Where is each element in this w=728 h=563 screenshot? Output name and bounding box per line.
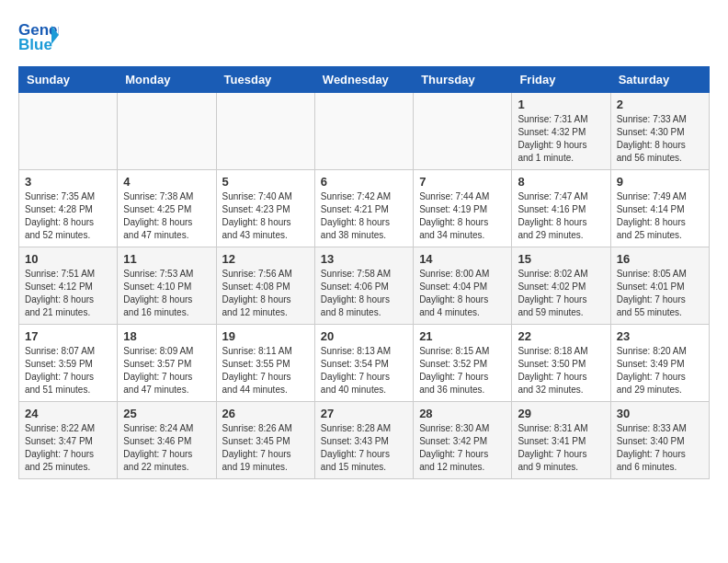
calendar-day: 13Sunrise: 7:58 AM Sunset: 4:06 PM Dayli… [314, 247, 413, 325]
calendar-day: 4Sunrise: 7:38 AM Sunset: 4:25 PM Daylig… [118, 170, 216, 247]
day-info: Sunrise: 7:35 AM Sunset: 4:28 PM Dayligh… [25, 190, 111, 242]
day-number: 1 [518, 98, 604, 111]
calendar-day: 16Sunrise: 8:05 AM Sunset: 4:01 PM Dayli… [610, 247, 709, 325]
calendar-week: 10Sunrise: 7:51 AM Sunset: 4:12 PM Dayli… [19, 247, 710, 325]
calendar-day: 5Sunrise: 7:40 AM Sunset: 4:23 PM Daylig… [216, 170, 314, 247]
day-info: Sunrise: 8:05 AM Sunset: 4:01 PM Dayligh… [617, 268, 703, 319]
day-number: 17 [25, 329, 111, 343]
calendar-day: 17Sunrise: 8:07 AM Sunset: 3:59 PM Dayli… [19, 325, 118, 402]
weekday-header: Saturday [610, 67, 709, 93]
calendar-day [414, 93, 512, 170]
calendar-day: 7Sunrise: 7:44 AM Sunset: 4:19 PM Daylig… [414, 170, 512, 247]
day-info: Sunrise: 8:30 AM Sunset: 3:42 PM Dayligh… [419, 422, 506, 474]
calendar-day: 10Sunrise: 7:51 AM Sunset: 4:12 PM Dayli… [19, 247, 118, 325]
day-info: Sunrise: 8:18 AM Sunset: 3:50 PM Dayligh… [518, 345, 604, 396]
day-number: 18 [123, 329, 210, 343]
day-info: Sunrise: 7:49 AM Sunset: 4:14 PM Dayligh… [617, 190, 703, 242]
day-number: 21 [419, 329, 506, 343]
day-number: 28 [419, 407, 506, 420]
calendar-day: 21Sunrise: 8:15 AM Sunset: 3:52 PM Dayli… [414, 325, 512, 402]
day-info: Sunrise: 8:07 AM Sunset: 3:59 PM Dayligh… [25, 345, 111, 396]
day-info: Sunrise: 8:33 AM Sunset: 3:40 PM Dayligh… [617, 422, 703, 474]
weekday-header: Monday [118, 67, 216, 93]
logo: General Blue [18, 18, 59, 57]
day-info: Sunrise: 7:51 AM Sunset: 4:12 PM Dayligh… [25, 268, 111, 319]
day-number: 25 [123, 407, 210, 420]
day-number: 8 [518, 175, 604, 189]
weekday-header: Friday [512, 67, 610, 93]
calendar-day: 2Sunrise: 7:33 AM Sunset: 4:30 PM Daylig… [610, 93, 709, 170]
calendar-day [19, 93, 118, 170]
calendar-day: 14Sunrise: 8:00 AM Sunset: 4:04 PM Dayli… [414, 247, 512, 325]
calendar-header: SundayMondayTuesdayWednesdayThursdayFrid… [19, 67, 710, 93]
calendar-day: 8Sunrise: 7:47 AM Sunset: 4:16 PM Daylig… [512, 170, 610, 247]
calendar-week: 1Sunrise: 7:31 AM Sunset: 4:32 PM Daylig… [19, 93, 710, 170]
day-info: Sunrise: 8:15 AM Sunset: 3:52 PM Dayligh… [419, 345, 506, 396]
calendar-day [216, 93, 314, 170]
day-number: 2 [617, 98, 703, 111]
day-number: 29 [518, 407, 604, 420]
day-info: Sunrise: 8:28 AM Sunset: 3:43 PM Dayligh… [321, 422, 407, 474]
calendar-day: 22Sunrise: 8:18 AM Sunset: 3:50 PM Dayli… [512, 325, 610, 402]
calendar-day [314, 93, 413, 170]
day-info: Sunrise: 8:22 AM Sunset: 3:47 PM Dayligh… [25, 422, 111, 474]
calendar-day: 1Sunrise: 7:31 AM Sunset: 4:32 PM Daylig… [512, 93, 610, 170]
day-number: 14 [419, 252, 506, 266]
calendar-day: 12Sunrise: 7:56 AM Sunset: 4:08 PM Dayli… [216, 247, 314, 325]
day-number: 26 [222, 407, 309, 420]
calendar-day: 11Sunrise: 7:53 AM Sunset: 4:10 PM Dayli… [118, 247, 216, 325]
day-number: 3 [25, 175, 111, 189]
day-info: Sunrise: 7:44 AM Sunset: 4:19 PM Dayligh… [419, 190, 506, 242]
day-number: 12 [222, 252, 309, 266]
day-info: Sunrise: 7:53 AM Sunset: 4:10 PM Dayligh… [123, 268, 210, 319]
day-number: 19 [222, 329, 309, 343]
day-info: Sunrise: 7:38 AM Sunset: 4:25 PM Dayligh… [123, 190, 210, 242]
day-number: 27 [321, 407, 407, 420]
day-info: Sunrise: 7:40 AM Sunset: 4:23 PM Dayligh… [222, 190, 309, 242]
day-info: Sunrise: 7:31 AM Sunset: 4:32 PM Dayligh… [518, 113, 604, 165]
calendar-week: 3Sunrise: 7:35 AM Sunset: 4:28 PM Daylig… [19, 170, 710, 247]
calendar-day: 26Sunrise: 8:26 AM Sunset: 3:45 PM Dayli… [216, 402, 314, 479]
calendar-day: 18Sunrise: 8:09 AM Sunset: 3:57 PM Dayli… [118, 325, 216, 402]
day-number: 7 [419, 175, 506, 189]
day-number: 24 [25, 407, 111, 420]
day-info: Sunrise: 8:20 AM Sunset: 3:49 PM Dayligh… [617, 345, 703, 396]
day-number: 23 [617, 329, 703, 343]
day-number: 5 [222, 175, 309, 189]
day-number: 15 [518, 252, 604, 266]
day-number: 13 [321, 252, 407, 266]
day-info: Sunrise: 8:02 AM Sunset: 4:02 PM Dayligh… [518, 268, 604, 319]
day-number: 6 [321, 175, 407, 189]
day-number: 22 [518, 329, 604, 343]
calendar-table: SundayMondayTuesdayWednesdayThursdayFrid… [18, 66, 710, 479]
day-number: 11 [123, 252, 210, 266]
svg-text:Blue: Blue [18, 36, 52, 52]
calendar-day [118, 93, 216, 170]
calendar-day: 29Sunrise: 8:31 AM Sunset: 3:41 PM Dayli… [512, 402, 610, 479]
day-info: Sunrise: 8:09 AM Sunset: 3:57 PM Dayligh… [123, 345, 210, 396]
calendar-day: 9Sunrise: 7:49 AM Sunset: 4:14 PM Daylig… [610, 170, 709, 247]
day-number: 30 [617, 407, 703, 420]
day-number: 9 [617, 175, 703, 189]
calendar-day: 23Sunrise: 8:20 AM Sunset: 3:49 PM Dayli… [610, 325, 709, 402]
calendar-day: 3Sunrise: 7:35 AM Sunset: 4:28 PM Daylig… [19, 170, 118, 247]
day-number: 20 [321, 329, 407, 343]
calendar-day: 30Sunrise: 8:33 AM Sunset: 3:40 PM Dayli… [610, 402, 709, 479]
calendar-day: 28Sunrise: 8:30 AM Sunset: 3:42 PM Dayli… [414, 402, 512, 479]
day-info: Sunrise: 7:56 AM Sunset: 4:08 PM Dayligh… [222, 268, 309, 319]
day-number: 16 [617, 252, 703, 266]
day-info: Sunrise: 8:31 AM Sunset: 3:41 PM Dayligh… [518, 422, 604, 474]
calendar-day: 25Sunrise: 8:24 AM Sunset: 3:46 PM Dayli… [118, 402, 216, 479]
day-number: 10 [25, 252, 111, 266]
calendar-day: 19Sunrise: 8:11 AM Sunset: 3:55 PM Dayli… [216, 325, 314, 402]
calendar-day: 6Sunrise: 7:42 AM Sunset: 4:21 PM Daylig… [314, 170, 413, 247]
calendar-day: 15Sunrise: 8:02 AM Sunset: 4:02 PM Dayli… [512, 247, 610, 325]
weekday-header: Wednesday [314, 67, 413, 93]
day-info: Sunrise: 8:26 AM Sunset: 3:45 PM Dayligh… [222, 422, 309, 474]
day-info: Sunrise: 8:13 AM Sunset: 3:54 PM Dayligh… [321, 345, 407, 396]
day-info: Sunrise: 7:33 AM Sunset: 4:30 PM Dayligh… [617, 113, 703, 165]
day-info: Sunrise: 8:11 AM Sunset: 3:55 PM Dayligh… [222, 345, 309, 396]
day-info: Sunrise: 7:58 AM Sunset: 4:06 PM Dayligh… [321, 268, 407, 319]
day-info: Sunrise: 8:00 AM Sunset: 4:04 PM Dayligh… [419, 268, 506, 319]
day-info: Sunrise: 8:24 AM Sunset: 3:46 PM Dayligh… [123, 422, 210, 474]
